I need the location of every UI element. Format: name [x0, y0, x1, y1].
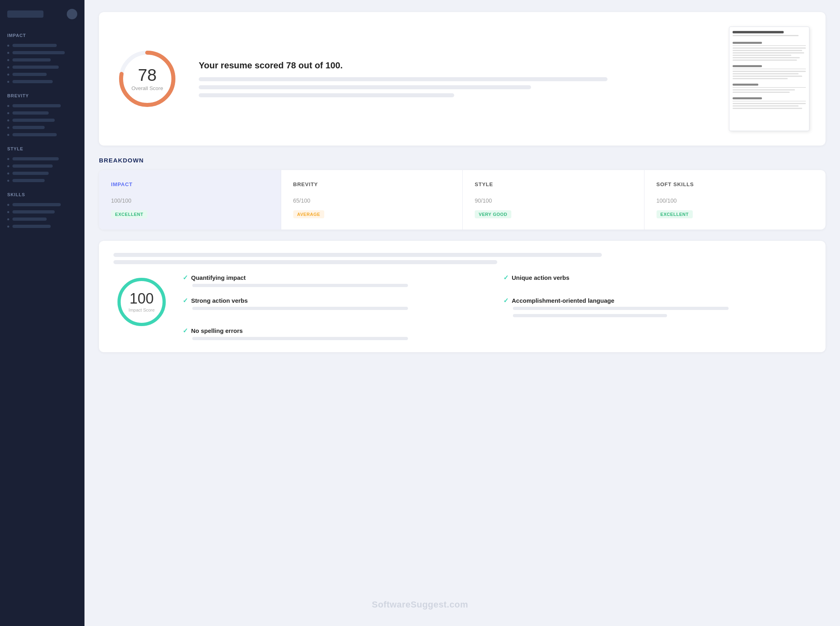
- sidebar-item-style-1[interactable]: [7, 155, 77, 162]
- check-item-header: ✓ No spelling errors: [183, 327, 490, 335]
- breakdown-col-impact[interactable]: IMPACT 100/100 EXCELLENT: [99, 170, 281, 230]
- sidebar-bar: [12, 172, 49, 175]
- sidebar-section-impact: IMPACT: [0, 27, 84, 88]
- sidebar-dot: [7, 127, 9, 129]
- impact-center: 100 Impact Score: [129, 291, 155, 312]
- sidebar-item-brevity-4[interactable]: [7, 124, 77, 131]
- sidebar-item-impact-6[interactable]: [7, 78, 77, 85]
- breakdown-score-total: /100: [299, 197, 310, 204]
- check-label-accomplishment: Accomplishment-oriented language: [512, 297, 614, 304]
- sidebar-dot: [7, 204, 9, 206]
- check-label-spelling: No spelling errors: [191, 327, 243, 334]
- check-icon: ✓: [183, 327, 188, 335]
- sidebar-dot: [7, 45, 9, 47]
- sidebar-dot: [7, 172, 9, 174]
- sidebar-bar: [12, 66, 59, 69]
- breakdown-score-total: /100: [120, 197, 131, 204]
- sidebar-item-impact-5[interactable]: [7, 71, 77, 78]
- sidebar-bar: [12, 179, 45, 182]
- score-label: Overall Score: [132, 85, 163, 91]
- breakdown-score-style: 90/100: [475, 193, 632, 205]
- check-item-header: ✓ Accomplishment-oriented language: [503, 297, 811, 304]
- impact-score-label: Impact Score: [129, 308, 155, 312]
- breakdown-score-total: /100: [666, 197, 677, 204]
- sidebar-item-brevity-3[interactable]: [7, 117, 77, 124]
- resume-line: [733, 65, 762, 67]
- breakdown-badge-brevity: AVERAGE: [293, 210, 324, 218]
- breakdown-badge-impact: EXCELLENT: [111, 210, 147, 218]
- impact-score-circle: 100 Impact Score: [113, 274, 170, 330]
- impact-checklist: ✓ Quantifying impact ✓ Unique action ver…: [183, 274, 811, 340]
- sidebar-item-skills-1[interactable]: [7, 201, 77, 208]
- breakdown-col-style[interactable]: STYLE 90/100 VERY GOOD: [462, 170, 644, 230]
- score-bar-3: [199, 93, 454, 97]
- sidebar-item-impact-1[interactable]: [7, 42, 77, 49]
- sidebar-dot: [7, 52, 9, 54]
- sidebar-item-brevity-1[interactable]: [7, 102, 77, 109]
- check-item-header: ✓ Strong action verbs: [183, 297, 490, 304]
- impact-top-bars: [113, 253, 811, 264]
- check-bar: [513, 307, 729, 310]
- sidebar-bar: [12, 80, 53, 83]
- sidebar-dot: [7, 211, 9, 213]
- breakdown-category-style: STYLE: [475, 181, 632, 187]
- breakdown-col-brevity[interactable]: BREVITY 65/100 AVERAGE: [281, 170, 463, 230]
- sidebar-dot: [7, 180, 9, 182]
- sidebar-section-style: STYLE: [0, 141, 84, 187]
- sidebar-item-style-4[interactable]: [7, 177, 77, 184]
- sidebar-bar: [12, 51, 65, 54]
- check-item-accomplishment: ✓ Accomplishment-oriented language: [503, 297, 811, 317]
- sidebar-section-brevity: BREVITY: [0, 88, 84, 141]
- sidebar-dot: [7, 165, 9, 167]
- sidebar-avatar[interactable]: [67, 9, 77, 19]
- check-label-unique: Unique action verbs: [512, 274, 569, 281]
- sidebar-dot: [7, 105, 9, 107]
- sidebar-section-brevity-label: BREVITY: [7, 93, 77, 98]
- sidebar-item-style-3[interactable]: [7, 170, 77, 177]
- resume-line: [733, 84, 758, 86]
- impact-detail-card: 100 Impact Score ✓ Quantifying impact: [99, 241, 826, 352]
- resume-line: [733, 31, 784, 33]
- sidebar-dot: [7, 59, 9, 61]
- breakdown-category-brevity: BREVITY: [293, 181, 451, 187]
- sidebar-section-skills-label: SKILLS: [7, 192, 77, 197]
- sidebar-item-skills-3[interactable]: [7, 216, 77, 223]
- check-item-strong: ✓ Strong action verbs: [183, 297, 490, 317]
- sidebar-section-skills: SKILLS: [0, 187, 84, 232]
- check-bar: [192, 307, 408, 310]
- sidebar-bar: [12, 225, 51, 228]
- sidebar-item-impact-4[interactable]: [7, 64, 77, 71]
- breakdown-title: BREAKDOWN: [99, 157, 826, 164]
- breakdown-col-softskills[interactable]: SOFT SKILLS 100/100 EXCELLENT: [644, 170, 826, 230]
- sidebar-dot: [7, 134, 9, 136]
- sidebar-dot: [7, 112, 9, 114]
- sidebar-bar: [12, 203, 61, 206]
- score-center: 78 Overall Score: [132, 67, 163, 91]
- breakdown-score-softskills: 100/100: [657, 193, 814, 205]
- sidebar-dot: [7, 226, 9, 228]
- sidebar-dot: [7, 74, 9, 76]
- sidebar-bar: [12, 73, 47, 76]
- resume-line: [733, 42, 762, 44]
- sidebar-item-style-2[interactable]: [7, 162, 77, 170]
- sidebar-item-skills-2[interactable]: [7, 208, 77, 216]
- sidebar-section-style-label: STYLE: [7, 146, 77, 151]
- breakdown-badge-softskills: EXCELLENT: [657, 210, 693, 218]
- sidebar-item-skills-4[interactable]: [7, 223, 77, 230]
- resume-preview[interactable]: [729, 27, 809, 131]
- check-bar: [192, 337, 408, 340]
- impact-top-bar-2: [113, 260, 497, 264]
- check-bar-2: [513, 314, 667, 317]
- sidebar: IMPACT BREVITY STYLE SKILLS: [0, 0, 84, 626]
- impact-top-bar-1: [113, 253, 602, 257]
- sidebar-item-impact-3[interactable]: [7, 56, 77, 64]
- sidebar-item-brevity-2[interactable]: [7, 109, 77, 117]
- sidebar-item-brevity-5[interactable]: [7, 131, 77, 138]
- overall-score-circle: 78 Overall Score: [115, 47, 179, 111]
- sidebar-bar: [12, 218, 47, 221]
- sidebar-section-impact-label: IMPACT: [7, 33, 77, 38]
- sidebar-item-impact-2[interactable]: [7, 49, 77, 56]
- main-content: 78 Overall Score Your resume scored 78 o…: [84, 0, 840, 626]
- sidebar-bar: [12, 133, 57, 136]
- impact-body: 100 Impact Score ✓ Quantifying impact: [113, 274, 811, 340]
